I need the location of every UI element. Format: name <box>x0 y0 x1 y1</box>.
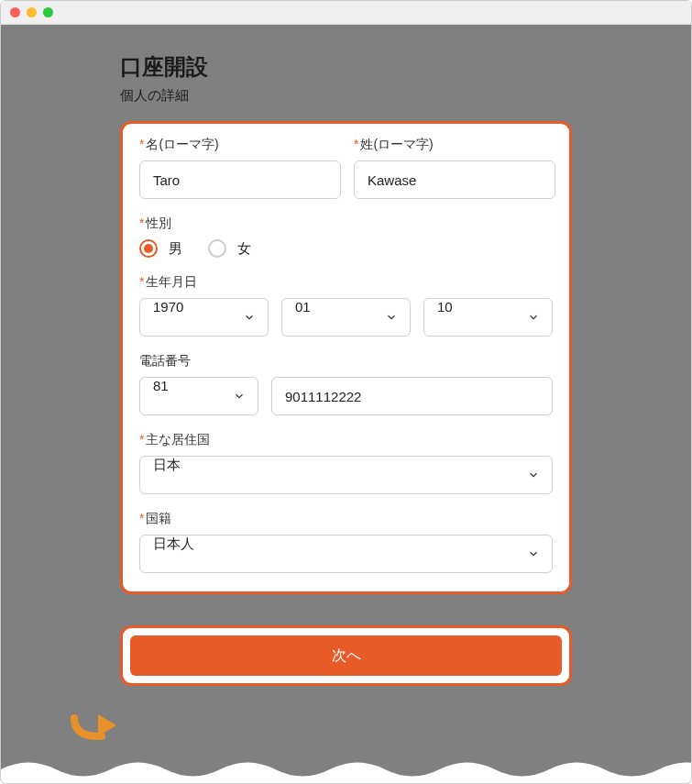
gender-female-radio[interactable]: 女 <box>208 239 251 258</box>
first-name-input[interactable] <box>139 160 341 199</box>
wave-decoration <box>1 756 691 783</box>
gender-male-label: 男 <box>169 240 182 258</box>
phone-label: 電話番号 <box>139 353 553 370</box>
content-area: 口座開設 個人の詳細 *名(ローマ字) *姓(ローマ字) *性別 男 <box>1 25 691 783</box>
nationality-select[interactable]: 日本人 <box>139 535 553 573</box>
next-button[interactable]: 次へ <box>130 635 562 676</box>
gender-female-label: 女 <box>237 240 251 258</box>
phone-number-input[interactable] <box>271 377 553 415</box>
arrow-right-icon <box>71 709 120 745</box>
minimize-icon[interactable] <box>27 7 37 17</box>
last-name-field: *姓(ローマ字) <box>354 137 555 199</box>
first-name-label: *名(ローマ字) <box>139 137 341 153</box>
dob-day-select[interactable]: 10 <box>423 298 553 337</box>
close-icon[interactable] <box>10 7 20 17</box>
page-title: 口座開設 <box>120 52 572 82</box>
residence-select[interactable]: 日本 <box>139 456 553 494</box>
gender-male-radio[interactable]: 男 <box>139 239 182 258</box>
page-subtitle: 個人の詳細 <box>120 87 572 105</box>
nationality-label: *国籍 <box>139 511 553 527</box>
phone-country-select[interactable]: 81 <box>139 377 258 415</box>
next-button-card: 次へ <box>120 625 572 686</box>
dob-field: *生年月日 1970 01 10 <box>139 274 553 337</box>
nationality-field: *国籍 日本人 <box>139 511 553 573</box>
form-card: *名(ローマ字) *姓(ローマ字) *性別 男 女 <box>120 121 572 594</box>
gender-label: *性別 <box>139 215 553 232</box>
dob-year-select[interactable]: 1970 <box>139 298 269 337</box>
last-name-label: *姓(ローマ字) <box>354 137 555 153</box>
maximize-icon[interactable] <box>43 7 53 17</box>
dob-month-select[interactable]: 01 <box>281 298 411 337</box>
app-window: 口座開設 個人の詳細 *名(ローマ字) *姓(ローマ字) *性別 男 <box>0 0 692 784</box>
first-name-field: *名(ローマ字) <box>139 137 341 199</box>
residence-field: *主な居住国 日本 <box>139 432 553 494</box>
gender-field: *性別 男 女 <box>139 215 553 258</box>
dob-label: *生年月日 <box>139 274 553 291</box>
phone-field: 電話番号 81 <box>139 353 553 415</box>
radio-checked-icon <box>139 239 158 258</box>
titlebar <box>1 1 691 25</box>
radio-unchecked-icon <box>208 239 226 258</box>
last-name-input[interactable] <box>354 160 555 199</box>
residence-label: *主な居住国 <box>139 432 553 448</box>
